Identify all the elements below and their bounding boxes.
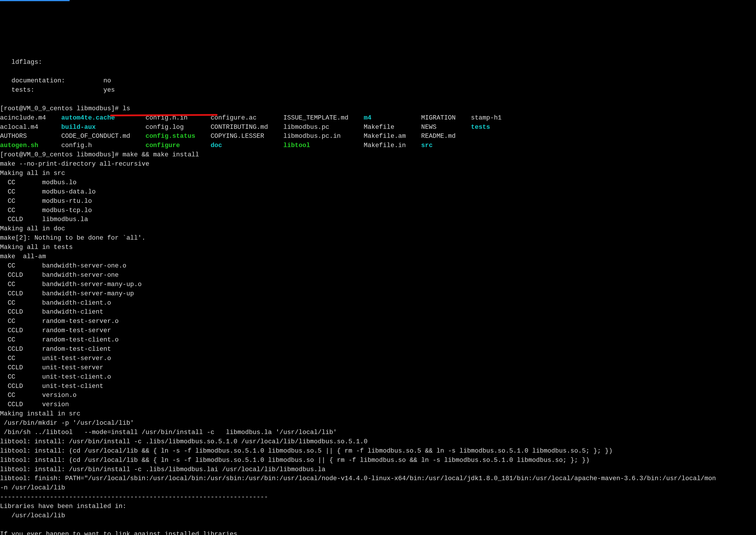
ls-row: AUTHORS CODE_OF_CONDUCT.md config.status… — [0, 132, 517, 140]
shell-command[interactable]: make && make install — [122, 151, 199, 158]
ls-file: NEWS — [421, 124, 436, 131]
make-output-line: Making all in tests — [0, 244, 73, 251]
ls-exec: autogen.sh — [0, 142, 38, 149]
shell-command[interactable]: ls — [122, 105, 130, 112]
make-output-line: CC bandwidth-server-one.o — [0, 262, 126, 269]
make-output-line: libtool: install: /usr/bin/install -c .l… — [0, 438, 367, 445]
make-output-line: -n /usr/local/lib — [0, 484, 65, 492]
cfg-doc: documentation: no — [0, 77, 111, 84]
make-output-line: Making all in doc — [0, 225, 65, 232]
ls-file: acinclude.m4 — [0, 114, 46, 122]
make-output-line: Libraries have been installed in: — [0, 503, 126, 510]
make-output-line: CC modbus-rtu.lo — [0, 198, 92, 205]
make-output-line: libtool: install: (cd /usr/local/lib && … — [0, 457, 589, 464]
ls-file: CONTRIBUTING.md — [210, 124, 268, 131]
make-output-line: CC random-test-server.o — [0, 318, 119, 325]
make-output-line: CCLD libmodbus.la — [0, 216, 88, 223]
cfg-tests: tests: yes — [0, 86, 115, 94]
ls-row: aclocal.m4 build-aux config.log CONTRIBU… — [0, 124, 517, 131]
ls-exec: config.status — [146, 132, 196, 140]
make-output-line: /usr/local/lib — [0, 512, 65, 519]
make-output-line: CC unit-test-server.o — [0, 355, 111, 362]
ls-dir: doc — [210, 142, 222, 149]
make-output-line: CC modbus-data.lo — [0, 188, 96, 196]
ls-row: acinclude.m4 autom4te.cache config.h.in … — [0, 114, 517, 122]
make-output-line: CC modbus.lo — [0, 179, 77, 186]
ls-file: config.h — [61, 142, 92, 149]
ls-dir: tests — [471, 124, 490, 131]
make-output-line: CCLD unit-test-client — [0, 383, 103, 390]
make-output-line: CCLD random-test-server — [0, 327, 111, 334]
ls-file: README.md — [421, 132, 456, 140]
make-output-line: CC random-test-client.o — [0, 336, 119, 344]
ls-file: config.log — [146, 124, 184, 131]
ls-file: AUTHORS — [0, 132, 27, 140]
make-output-line: Making install in src — [0, 410, 80, 417]
make-output-line: CC unit-test-client.o — [0, 373, 111, 380]
make-output-line: /usr/bin/mkdir -p '/usr/local/lib' — [0, 419, 134, 427]
ls-file: CODE_OF_CONDUCT.md — [61, 132, 130, 140]
ls-row: autogen.sh config.h configure doc libtoo… — [0, 142, 517, 149]
make-output-line: libtool: install: /usr/bin/install -c .l… — [0, 466, 325, 473]
terminal-output[interactable]: ldflags: documentation: no tests: yes [r… — [0, 55, 756, 535]
make-output-line: CCLD bandwidth-server-many-up — [0, 290, 134, 297]
ls-file: Makefile.in — [364, 142, 406, 149]
make-output-line: Making all in src — [0, 170, 65, 177]
cfg-ldflags: ldflags: — [0, 59, 42, 66]
ls-file: configure.ac — [210, 114, 256, 122]
make-output-line: CCLD random-test-client — [0, 346, 111, 353]
make-output-line: CC modbus-tcp.lo — [0, 207, 92, 214]
progress-bar — [0, 0, 69, 1]
ls-file: Makefile — [364, 124, 394, 131]
ls-file: libmodbus.pc.in — [283, 132, 341, 140]
make-output-line: libtool: finish: PATH="/usr/local/sbin:/… — [0, 475, 716, 482]
ls-file: Makefile.am — [364, 132, 406, 140]
ls-dir: src — [421, 142, 433, 149]
make-output-line: CCLD bandwidth-server-one — [0, 271, 119, 279]
ls-dir: m4 — [364, 114, 371, 122]
make-output-line: CCLD bandwidth-client — [0, 308, 103, 316]
shell-prompt: [root@VM_0_9_centos libmodbus]# — [0, 105, 119, 112]
ls-exec: configure — [146, 142, 180, 149]
make-output-line: If you ever happen to want to link again… — [0, 531, 237, 535]
make-output-line: libtool: install: (cd /usr/local/lib && … — [0, 447, 612, 455]
ls-file: stamp-h1 — [471, 114, 502, 122]
ls-file: libmodbus.pc — [283, 124, 329, 131]
make-output-line: make[2]: Nothing to be done for `all'. — [0, 235, 146, 242]
make-output-line: make all-am — [0, 253, 46, 260]
make-output-line: make --no-print-directory all-recursive — [0, 160, 149, 168]
make-output-line: CC version.o — [0, 392, 77, 399]
shell-prompt: [root@VM_0_9_centos libmodbus]# — [0, 151, 119, 158]
make-output-line: /bin/sh ../libtool --mode=install /usr/b… — [0, 429, 337, 436]
ls-file: MIGRATION — [421, 114, 456, 122]
make-output-line: CCLD unit-test-server — [0, 364, 103, 371]
ls-exec: libtool — [283, 142, 310, 149]
ls-dir: build-aux — [61, 124, 96, 131]
make-output-line: ----------------------------------------… — [0, 493, 268, 501]
make-output-line: CCLD version — [0, 401, 69, 408]
ls-file: aclocal.m4 — [0, 124, 38, 131]
make-output-line: CC bandwidth-server-many-up.o — [0, 281, 142, 288]
ls-file: ISSUE_TEMPLATE.md — [283, 114, 348, 122]
ls-dir: autom4te.cache — [61, 114, 115, 122]
ls-file: COPYING.LESSER — [210, 132, 264, 140]
make-output-line: CC bandwidth-client.o — [0, 299, 111, 307]
